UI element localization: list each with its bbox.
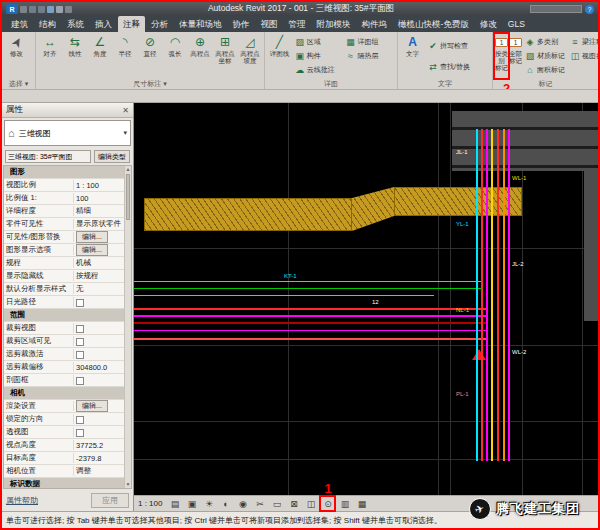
ribbon-tab-附加模块[interactable]: 附加模块 bbox=[312, 16, 356, 32]
pipe-riser[interactable] bbox=[491, 129, 493, 461]
show-crop-region-icon[interactable]: ▭ bbox=[270, 497, 283, 510]
property-value[interactable]: 100 bbox=[74, 194, 124, 203]
property-group[interactable]: 图形 bbox=[4, 166, 124, 179]
spot-elevation-button[interactable]: ⊕高程点 bbox=[188, 34, 212, 78]
scrollbar[interactable]: ▲▼ bbox=[124, 166, 131, 488]
panel-label-detail[interactable]: 详图 bbox=[265, 78, 397, 89]
ribbon-tab-修改[interactable]: 修改 bbox=[475, 16, 502, 32]
property-group[interactable]: 范围 bbox=[4, 309, 124, 322]
ribbon-tab-管理[interactable]: 管理 bbox=[284, 16, 311, 32]
property-value[interactable] bbox=[74, 323, 124, 332]
pipe-horizontal[interactable] bbox=[134, 338, 486, 340]
show-analytical-model-icon[interactable]: ▦ bbox=[355, 497, 368, 510]
checkbox[interactable] bbox=[76, 351, 84, 359]
checkbox[interactable] bbox=[76, 416, 84, 424]
print-icon[interactable] bbox=[47, 6, 54, 13]
close-icon[interactable]: ✕ bbox=[122, 106, 129, 115]
property-value[interactable] bbox=[74, 414, 124, 423]
edit-button[interactable]: 编辑... bbox=[76, 400, 108, 412]
reveal-hidden-elements-icon[interactable]: ⊙1 bbox=[321, 497, 334, 510]
ribbon-tab-协作[interactable]: 协作 bbox=[228, 16, 255, 32]
property-value[interactable]: -2379.8 bbox=[74, 454, 124, 463]
checkbox[interactable] bbox=[76, 429, 84, 437]
edit-button[interactable]: 编辑... bbox=[76, 231, 108, 243]
property-value[interactable]: 机械 bbox=[74, 258, 124, 268]
crop-view-icon[interactable]: ✂ bbox=[253, 497, 266, 510]
property-value[interactable]: 无 bbox=[74, 284, 124, 294]
pipe-horizontal[interactable] bbox=[134, 288, 482, 289]
ribbon-tab-注释[interactable]: 注释 bbox=[118, 16, 145, 32]
property-value[interactable]: 编辑... bbox=[74, 400, 124, 412]
pipe-tag[interactable]: PL-1 bbox=[456, 391, 469, 397]
duct-segment[interactable] bbox=[144, 198, 352, 231]
visual-style-icon[interactable]: ▣ bbox=[185, 497, 198, 510]
ribbon-tab-建筑[interactable]: 建筑 bbox=[6, 16, 33, 32]
pipe-tag[interactable]: YL-1 bbox=[456, 221, 469, 227]
lock-3d-view-icon[interactable]: ⊠ bbox=[287, 497, 300, 510]
radial-dimension-button[interactable]: ◝半径 bbox=[113, 34, 137, 78]
property-value[interactable] bbox=[74, 349, 124, 358]
pipe-horizontal[interactable] bbox=[134, 315, 486, 317]
pipe-tag[interactable]: 12 bbox=[372, 299, 379, 305]
view-name-combo[interactable]: 三维视图: 35#平面图 bbox=[5, 150, 91, 163]
edit-button[interactable]: 编辑... bbox=[76, 244, 108, 256]
ribbon-tab-系统[interactable]: 系统 bbox=[62, 16, 89, 32]
pipe-horizontal[interactable] bbox=[134, 322, 486, 324]
apply-button[interactable]: 应用 bbox=[91, 493, 129, 508]
revit-app-icon[interactable]: R bbox=[6, 4, 18, 14]
render-dialog-icon[interactable]: ◉ bbox=[236, 497, 249, 510]
pipe-horizontal[interactable] bbox=[134, 295, 434, 296]
ribbon-tab-视图[interactable]: 视图 bbox=[256, 16, 283, 32]
ribbon-tab-插入[interactable]: 插入 bbox=[90, 16, 117, 32]
pipe-riser[interactable] bbox=[497, 129, 499, 461]
property-value[interactable] bbox=[74, 336, 124, 345]
measure-icon[interactable] bbox=[56, 6, 63, 13]
ribbon-tab-GLS[interactable]: GLS bbox=[503, 16, 530, 32]
property-group[interactable]: 相机 bbox=[4, 387, 124, 400]
property-value[interactable]: 显示原状零件 bbox=[74, 219, 124, 229]
material-tag-button[interactable]: ▧材质标记 bbox=[523, 50, 567, 63]
detail-group-button[interactable]: ▦详图组 bbox=[343, 36, 395, 49]
pipe-riser[interactable] bbox=[508, 129, 510, 461]
property-value[interactable]: 304800.0 bbox=[74, 363, 124, 372]
detail-level-icon[interactable]: ▤ bbox=[168, 497, 181, 510]
find-replace-button[interactable]: ⇄查找/替换 bbox=[426, 60, 490, 73]
view-reference-button[interactable]: ◫视图参照 bbox=[568, 50, 598, 63]
tag-qat-icon[interactable] bbox=[65, 6, 72, 13]
diameter-dimension-button[interactable]: ⊘直径 bbox=[138, 34, 162, 78]
type-selector[interactable]: ⌂ 三维视图 ▾ bbox=[4, 120, 131, 146]
beam-annotation-button[interactable]: ≡梁注释 bbox=[568, 36, 598, 49]
property-value[interactable] bbox=[74, 297, 124, 306]
properties-help-link[interactable]: 属性帮助 bbox=[6, 495, 38, 506]
region-button[interactable]: ▨区域 bbox=[293, 36, 343, 49]
property-value[interactable] bbox=[74, 427, 124, 436]
property-value[interactable]: 1 : 100 bbox=[74, 181, 124, 190]
tag-by-category-button[interactable]: 1 按类别 标记 2 bbox=[495, 34, 508, 78]
pipe-tag[interactable]: KT-1 bbox=[284, 273, 297, 279]
pipe-tag[interactable]: JL-1 bbox=[456, 149, 468, 155]
revision-cloud-button[interactable]: ☁云线批注 bbox=[293, 64, 343, 77]
checkbox[interactable] bbox=[76, 338, 84, 346]
pipe-horizontal[interactable] bbox=[134, 281, 482, 282]
text-button[interactable]: A文字 bbox=[400, 34, 425, 78]
spot-slope-button[interactable]: ◿高程点 坡度 bbox=[238, 34, 262, 78]
drawing-canvas[interactable]: JL-1WL-1YL-1JL-2NL-1WL-2PL-1KT-112 bbox=[134, 103, 598, 495]
aligned-dimension-button[interactable]: ↔对齐 bbox=[38, 34, 62, 78]
scale-control[interactable]: 1 : 100 bbox=[138, 499, 162, 508]
component-button[interactable]: ▣构件 bbox=[293, 50, 343, 63]
chevron-down-icon[interactable]: ▾ bbox=[123, 129, 127, 137]
multi-category-button[interactable]: ◈多类别 bbox=[523, 36, 567, 49]
section-marker[interactable] bbox=[472, 349, 486, 360]
ribbon-tab-分析[interactable]: 分析 bbox=[146, 16, 173, 32]
checkbox[interactable] bbox=[76, 377, 84, 385]
temporary-view-properties-icon[interactable]: ▥ bbox=[338, 497, 351, 510]
property-group[interactable]: 标识数据 bbox=[4, 478, 124, 489]
pipe-riser[interactable] bbox=[486, 129, 488, 461]
spot-coordinate-button[interactable]: ⊞高程点 坐标 bbox=[213, 34, 237, 78]
duct-transition[interactable] bbox=[352, 187, 394, 231]
property-value[interactable]: 按规程 bbox=[74, 271, 124, 281]
property-value[interactable]: 编辑... bbox=[74, 231, 124, 243]
property-value[interactable] bbox=[74, 375, 124, 384]
save-icon[interactable] bbox=[20, 6, 27, 13]
ribbon-tab-构件坞[interactable]: 构件坞 bbox=[357, 16, 393, 32]
